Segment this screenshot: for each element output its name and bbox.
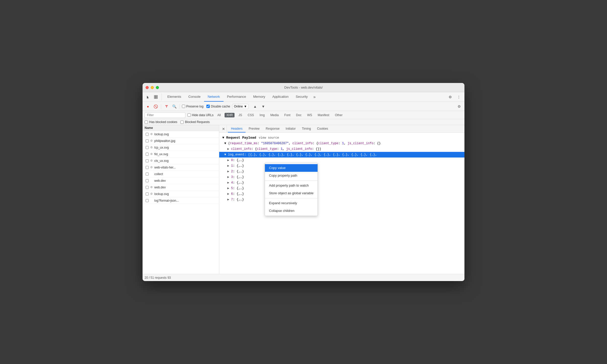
panel-close-button[interactable]: ✕ [220,126,227,132]
online-select[interactable]: Online ▼ [232,104,249,109]
filter-type-ws[interactable]: WS [305,113,314,117]
json-line-5[interactable]: ▶ 5: {,…} [219,186,464,191]
upload-icon[interactable]: ▲ [252,103,258,110]
file-checkbox[interactable] [146,186,149,189]
blocked-requests-label: Blocked Requests [185,120,210,124]
file-checkbox[interactable] [146,199,149,202]
devtools-window: DevTools - web.dev/vitals/ Elements Cons… [143,83,464,281]
filter-type-css[interactable]: CSS [246,113,256,117]
download-icon[interactable]: ▼ [260,103,266,110]
filter-type-media[interactable]: Media [269,113,281,117]
context-menu-separator-2 [265,198,318,198]
filter-icon[interactable] [163,103,170,110]
panel-tab-initiator[interactable]: Initiator [283,125,299,132]
nav-tabs: Elements Console Network Performance Mem… [164,92,318,102]
context-menu-copy-property-path[interactable]: Copy property path [265,172,318,179]
json-line-client-info[interactable]: ▶ client_info: {client_type: 1, js_clien… [219,146,464,152]
file-checkbox[interactable] [146,159,149,162]
file-item-cls-ux[interactable]: ⚙ cls_ux.svg [143,157,219,164]
file-item-web-vitals-her[interactable]: ⚙ web-vitals-her... [143,164,219,171]
json-line-root[interactable]: ▼ {request_time_ms: "1605078406207", cli… [219,141,464,146]
filter-type-manifest[interactable]: Manifest [316,113,331,117]
file-item-fid-ux[interactable]: ⚙ fid_ux.svg [143,151,219,157]
filter-type-doc[interactable]: Doc [294,113,303,117]
svg-rect-3 [156,97,157,99]
file-checkbox[interactable] [146,192,149,196]
file-item-lockup-svg-1[interactable]: ⚙ lockup.svg [143,131,219,138]
has-blocked-cookies-group: Has blocked cookies [145,120,177,124]
record-button[interactable]: ● [145,103,151,110]
panel-tab-headers[interactable]: Headers [228,125,246,132]
filter-type-js[interactable]: JS [237,113,244,117]
filter-type-all[interactable]: All [216,113,223,117]
file-checkbox[interactable] [146,173,149,176]
file-checkbox[interactable] [146,133,149,136]
context-menu-store-global[interactable]: Store object as global variable [265,189,318,197]
tab-application[interactable]: Application [269,92,292,102]
settings-icon[interactable]: ⚙ [447,93,454,101]
filter-type-xhr[interactable]: XHR [225,113,235,117]
file-checkbox[interactable] [146,179,149,182]
json-line-6[interactable]: ▶ 6: {,…} [219,191,464,197]
panel-tab-cookies[interactable]: Cookies [314,125,331,132]
filter-input[interactable] [145,112,185,118]
inspect-icon[interactable] [152,93,159,101]
file-item-webdev-2[interactable]: ⚙ web.dev [143,184,219,191]
tab-memory[interactable]: Memory [250,92,269,102]
filter-type-img[interactable]: Img [258,113,266,117]
json-line-4[interactable]: ▶ 4: {,…} [219,180,464,186]
filter-bar: Hide data URLs All XHR JS CSS Img Media … [143,111,464,119]
panel-tab-preview[interactable]: Preview [246,125,263,132]
disable-cache-checkbox[interactable] [206,105,210,108]
blocked-requests-checkbox[interactable] [180,120,184,124]
file-item-collect[interactable]: ⚙ collect [143,171,219,177]
context-menu-collapse-children[interactable]: Collapse children [265,207,318,215]
gear-icon: ⚙ [150,192,153,196]
file-item-webdev-1[interactable]: ⚙ web.dev [143,177,219,184]
file-checkbox[interactable] [146,146,149,149]
tab-security[interactable]: Security [292,92,311,102]
json-line-1[interactable]: ▶ 1: {,…} [219,163,464,169]
json-line-0[interactable]: ▶ 0: {,…} [219,157,464,163]
panel-tab-timing[interactable]: Timing [299,125,314,132]
has-blocked-cookies-checkbox[interactable] [145,120,148,124]
file-item-lockup-svg-2[interactable]: ⚙ lockup.svg [143,191,219,197]
minimize-button[interactable] [151,86,154,89]
close-button[interactable] [146,86,149,89]
context-menu-copy-value[interactable]: Copy value [265,164,318,172]
json-line-2[interactable]: ▶ 2: {,…} [219,169,464,174]
file-list-header: Name [143,125,219,131]
panel-tab-response[interactable]: Response [263,125,283,132]
context-menu-add-property-watch[interactable]: Add property path to watch [265,182,318,189]
block-icon[interactable]: 🚫 [152,103,159,110]
maximize-button[interactable] [156,86,159,89]
json-line-log-event[interactable]: ▼ log_event: [{…}, {…}, {…}, {…}, {…}, {… [219,152,464,157]
tab-network[interactable]: Network [204,92,224,102]
preserve-log-checkbox[interactable] [182,105,185,108]
more-tabs-button[interactable]: » [311,92,318,102]
tab-console[interactable]: Console [185,92,204,102]
tab-performance[interactable]: Performance [224,92,250,102]
context-menu-expand-recursively[interactable]: Expand recursively [265,199,318,207]
status-text: 20 / 51 requests 93 [145,276,171,280]
file-item-log-format[interactable]: ⚙ log?format=json... [143,197,219,204]
more-vert-icon[interactable]: ⋮ [455,93,462,101]
file-item-philipwalton[interactable]: ⚙ philipwalton.jpg [143,138,219,144]
hide-data-urls-checkbox[interactable] [188,113,191,117]
json-line-7[interactable]: ▶ 7: {,…} [219,197,464,202]
json-line-3[interactable]: ▶ 3: {,…} [219,174,464,180]
file-checkbox[interactable] [146,153,149,156]
file-name: lcp_ux.svg [154,146,217,149]
view-source-link[interactable]: view source [259,136,279,140]
file-checkbox[interactable] [146,139,149,142]
tab-elements[interactable]: Elements [164,92,185,102]
file-name: philipwalton.jpg [154,139,217,143]
file-item-lcp-ux[interactable]: ⚙ lcp_ux.svg [143,144,219,151]
filter-type-other[interactable]: Other [333,113,344,117]
cursor-icon[interactable] [145,93,152,101]
filter-type-font[interactable]: Font [283,113,292,117]
toggle-icon: ▼ [224,153,228,156]
file-checkbox[interactable] [146,166,149,169]
search-icon[interactable]: 🔍 [171,103,178,110]
toolbar-settings-icon[interactable]: ⚙ [456,103,462,110]
